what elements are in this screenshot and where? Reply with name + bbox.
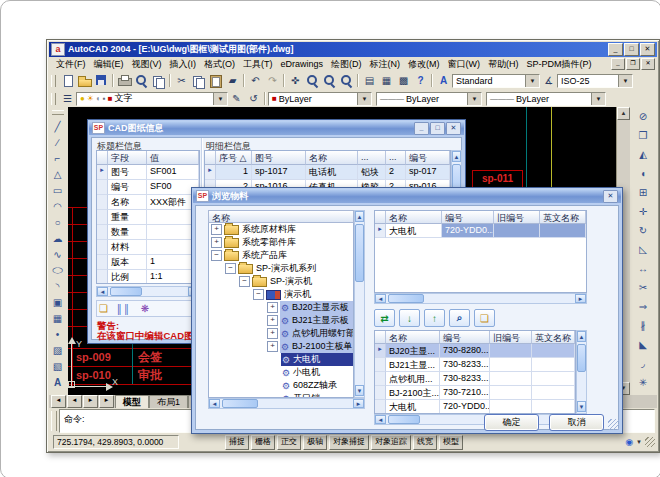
table-row[interactable]: 大电机 720-YDD0... [375,400,575,414]
collapse-minus-icon[interactable]: − [225,263,236,274]
scroll-up-icon[interactable]: ▲ [577,331,586,342]
barcode-icon[interactable]: ║║ [116,304,131,314]
expand-plus-icon[interactable]: + [267,341,278,352]
properties-icon[interactable]: ▤ [361,73,378,88]
linetype-combo[interactable]: ——— ByLayer ▼ [376,92,482,106]
layer-previous-icon[interactable]: ↺ [245,91,262,106]
export-info-icon[interactable]: ❏ [99,303,108,314]
column-header[interactable]: ... [358,151,386,165]
table-row[interactable]: 编号 SF00 [97,180,199,195]
scroll-thumb[interactable] [577,344,586,372]
horizontal-scrollbar[interactable]: ◄ ► [374,414,576,425]
column-header[interactable]: 名称 [386,211,442,224]
toggle-snap[interactable]: 捕捉 [225,435,249,450]
move-up-icon[interactable]: ↑ [424,309,445,327]
save-icon[interactable] [93,73,110,88]
scroll-thumb[interactable] [222,399,258,408]
close-button[interactable]: ✕ [640,43,655,56]
rectangle-icon[interactable]: ▭ [50,182,66,198]
scroll-left-icon[interactable]: ◄ [375,415,386,424]
toolbar-grip[interactable] [51,75,56,87]
open-file-icon[interactable] [76,73,93,88]
table-row-selected[interactable]: ▸ BJ20主显... 730-8280... [375,344,575,358]
tree-item[interactable]: + ⚙BJ-2100主板单点 [209,340,353,353]
toolbar-grip[interactable] [52,110,64,115]
color-combo[interactable]: ■ ByLayer ▼ [268,92,372,106]
menu-view[interactable]: 视图(V) [128,57,166,72]
tab-model[interactable]: 模型 [115,395,149,408]
redo-icon[interactable]: ↷ [264,73,281,88]
zoom-previous-icon[interactable] [338,73,355,88]
plot-preview-icon[interactable] [133,73,150,88]
help-icon[interactable]: ? [412,73,429,88]
column-header-seq[interactable]: 序号 △ [216,151,252,165]
toggle-ortho[interactable]: 正交 [277,435,301,450]
move-icon[interactable]: ✛ [635,202,651,221]
expand-plus-icon[interactable]: + [267,328,278,339]
chevron-down-icon[interactable]: ▼ [618,75,632,87]
hatch-icon[interactable]: ▨ [50,342,66,358]
tree-item[interactable]: − 系统产品库 [209,249,353,262]
horizontal-scrollbar[interactable]: ◄ ► [96,286,200,297]
table-row[interactable]: BJ21主显... 730-8233... [375,358,575,372]
scroll-left-icon[interactable]: ◄ [209,399,220,408]
resize-grip[interactable] [645,437,655,447]
toolbar-grip[interactable] [51,93,56,105]
add-record-icon[interactable]: ❋ [141,303,149,314]
tab-first-icon[interactable]: ◄ [51,395,66,408]
expand-plus-icon[interactable]: + [211,237,222,248]
layer-combo[interactable]: ● ☀ ◐ ▪ ■ 文字 ▼ [76,92,228,106]
menu-edrawings[interactable]: eDrawings [277,58,328,70]
column-header[interactable]: 英文名称 [540,211,586,224]
collapse-minus-icon[interactable]: − [211,250,222,261]
menu-window[interactable]: 窗口(W) [444,57,485,72]
table-row[interactable]: 重量 [97,210,199,225]
ok-button[interactable]: 确定 [484,414,539,431]
minimize-button[interactable]: _ [414,122,429,135]
menu-dimension[interactable]: 标注(N) [366,57,405,72]
toggle-polar[interactable]: 极轴 [303,435,327,450]
array-icon[interactable]: ⊞ [635,183,651,202]
table-row[interactable]: 比例 1:1 [97,270,199,284]
text-style-combo[interactable]: Standard ▼ [452,74,540,88]
new-file-icon[interactable] [59,73,76,88]
table-row[interactable]: 版本 1 [97,255,199,270]
circle-icon[interactable]: ○ [50,214,66,230]
zoom-window-icon[interactable] [321,73,338,88]
mdi-restore-button[interactable]: ❐ [626,58,640,70]
line-icon[interactable]: ╱ [50,118,66,134]
cancel-button[interactable]: 取消 [549,414,604,431]
scroll-up-icon[interactable]: ▲ [355,211,364,222]
column-header[interactable]: 编号 [406,151,450,165]
scroll-left-icon[interactable]: ◄ [375,294,386,303]
match-properties-icon[interactable]: ▰ [224,73,241,88]
scroll-thumb[interactable] [110,287,142,296]
tab-prev-icon[interactable]: ◄ [67,395,82,408]
menu-format[interactable]: 格式(O) [200,57,239,72]
toggle-grid[interactable]: 栅格 [251,435,275,450]
column-header[interactable]: 名称 [306,151,358,165]
dialog-title-bar[interactable]: SP 浏览物料 ✕ [193,189,621,203]
scroll-up-icon[interactable]: ▲ [617,107,630,120]
horizontal-scrollbar[interactable]: ◄ ► [374,293,587,304]
tree-item[interactable]: − 演示机 [209,288,353,301]
column-header[interactable]: 编号 [442,211,494,224]
ellipse-arc-icon[interactable]: ◝ [50,278,66,294]
make-block-icon[interactable]: ▦ [50,310,66,326]
scroll-up-icon[interactable]: ▲ [452,151,461,162]
refresh-icon[interactable]: ⇄ [374,309,395,327]
scale-icon[interactable]: ◺ [635,240,651,259]
tree-item[interactable]: + ⚙点钞机用螺钉部件 [209,327,353,340]
erase-icon[interactable]: ⊘ [635,107,651,126]
zoom-realtime-icon[interactable] [304,73,321,88]
tree-item-selected[interactable]: ⚙大电机 [209,353,353,366]
undo-icon[interactable]: ↶ [247,73,264,88]
collapse-minus-icon[interactable]: − [239,276,250,287]
layers-icon[interactable]: ☰ [59,91,76,106]
command-window-grip[interactable] [51,411,57,431]
revision-cloud-icon[interactable]: ☁ [50,230,66,246]
column-header[interactable]: 编号 [440,331,490,344]
column-header[interactable]: 图号 [252,151,306,165]
column-header[interactable]: 值 [147,151,199,165]
rotate-icon[interactable]: ↻ [635,221,651,240]
